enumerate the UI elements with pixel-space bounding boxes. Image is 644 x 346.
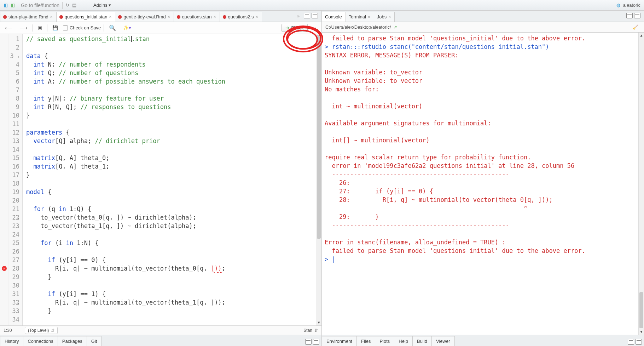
console-tab[interactable]: Console [322, 12, 346, 22]
tab-label: Console [325, 14, 342, 19]
minimize-pane-icon[interactable] [628, 339, 634, 345]
source-tab[interactable]: questions_initial.stan× [56, 12, 116, 22]
find-icon[interactable]: 🔍 [107, 23, 118, 32]
panel-tab[interactable]: Plots [375, 336, 394, 346]
console-scrollbar[interactable]: ▲ ▼ [638, 33, 644, 335]
panel-tab[interactable]: Environment [322, 336, 357, 346]
source-tab[interactable]: questions2.s× [220, 12, 262, 22]
panel-icon[interactable]: ▤ [72, 2, 76, 8]
editor-statusbar: 1:30 (Top Level)⇵ Stan⇵ [0, 325, 321, 335]
tab-label: questions_initial.stan [65, 14, 108, 19]
panel-tab[interactable]: Connections [23, 336, 58, 346]
save-icon[interactable]: 💾 [50, 24, 60, 32]
console-pane: ConsoleTerminal×Jobs× C:/Users/alex/Desk… [322, 11, 644, 346]
cursor-position: 1:30 [0, 328, 25, 333]
maximize-pane-icon[interactable] [634, 13, 640, 18]
console-output[interactable]: failed to parse Stan model 'questions_in… [322, 33, 644, 335]
global-toolbar: ◧ ◧ Go to file/function ↻ ▤ Addins ▾ ◍ a… [0, 0, 644, 11]
console-tab[interactable]: Terminal× [346, 12, 374, 22]
source-tabstrip: stan-play-time.Rmd×questions_initial.sta… [0, 11, 321, 22]
source-tab[interactable]: stan-play-time.Rmd× [0, 12, 57, 22]
source-toolbar: ⟵ ⟶ ▣ 💾 Check on Save 🔍 ✨▾ ➔ Check ≣ [0, 22, 321, 34]
goto-file-function[interactable]: Go to file/function [21, 2, 59, 8]
panel-tab[interactable]: Git [87, 336, 102, 346]
source-pane: stan-play-time.Rmd×questions_initial.sta… [0, 11, 322, 346]
check-button[interactable]: ➔ Check [282, 24, 308, 32]
close-tab-icon[interactable]: × [214, 15, 216, 19]
console-tabstrip: ConsoleTerminal×Jobs× [322, 11, 644, 22]
left-bottom-tabs: HistoryConnectionsPackagesGit [0, 335, 321, 346]
stan-file-icon [3, 15, 7, 19]
console-path-bar: C:/Users/alex/Desktop/aleatoric/ ↗ 🧹 [322, 22, 644, 33]
addins-menu[interactable]: Addins ▾ [93, 2, 111, 8]
stan-file-icon [223, 15, 226, 19]
maximize-pane-icon[interactable] [313, 339, 319, 345]
nav-back-icon[interactable]: ⟵ [3, 24, 15, 32]
panel-tab[interactable]: Build [412, 336, 432, 346]
panel-tab[interactable]: Help [394, 336, 413, 346]
panel-tab[interactable]: History [0, 336, 23, 346]
console-tab[interactable]: Jobs× [374, 12, 395, 22]
code-editor[interactable]: ✕ 123 ▾456789101112 ▾13141516171819 ▾202… [0, 34, 321, 325]
stan-file-icon [177, 15, 180, 19]
panel-tab[interactable]: Files [356, 336, 375, 346]
nav-forward-icon[interactable]: ⟶ [18, 24, 30, 32]
maximize-pane-icon[interactable] [312, 13, 318, 18]
clear-console-icon[interactable]: 🧹 [631, 23, 640, 31]
tab-label: stan-play-time.Rmd [8, 14, 48, 19]
editor-scrollbar[interactable]: ▲ ▼ [316, 34, 321, 325]
check-on-save-toggle[interactable]: Check on Save [63, 25, 101, 30]
close-tab-icon[interactable]: × [368, 15, 370, 19]
fold-icon[interactable]: ▾ [17, 55, 19, 59]
maximize-pane-icon[interactable] [636, 339, 642, 345]
panel-tab[interactable]: Packages [58, 336, 87, 346]
minimize-pane-icon[interactable] [304, 13, 310, 18]
run-arrow-icon: ➔ [285, 25, 289, 30]
tab-label: questions.stan [182, 14, 212, 19]
error-marker-icon[interactable]: ✕ [2, 266, 7, 271]
tab-overflow-icon[interactable]: » [297, 13, 300, 19]
minimize-pane-icon[interactable] [626, 13, 633, 18]
open-folder-icon[interactable]: ↗ [393, 24, 397, 30]
close-tab-icon[interactable]: × [50, 15, 53, 19]
minimize-pane-icon[interactable] [305, 339, 312, 345]
tab-label: Jobs [377, 14, 387, 19]
stan-file-icon [118, 15, 122, 19]
scroll-down-icon[interactable]: ▼ [316, 320, 321, 325]
show-in-new-window-icon[interactable]: ▣ [36, 24, 44, 32]
tab-label: questions2.s [228, 14, 254, 19]
toolbar-icon[interactable]: ◧ [4, 2, 8, 8]
project-icon: ◍ [616, 2, 620, 8]
tab-label: gentle-tidy-eval.Rmd [123, 14, 166, 19]
right-bottom-tabs: EnvironmentFilesPlotsHelpBuildViewer [322, 335, 644, 346]
panel-tab[interactable]: Viewer [431, 336, 455, 346]
toolbar-icon[interactable]: ◧ [11, 2, 15, 8]
stan-file-icon [59, 15, 63, 19]
source-tab[interactable]: questions.stan× [174, 12, 220, 22]
working-dir-path[interactable]: C:/Users/alex/Desktop/aleatoric/ [325, 24, 391, 30]
scope-selector[interactable]: (Top Level)⇵ [25, 327, 58, 334]
project-name[interactable]: aleatoric [623, 2, 640, 8]
close-tab-icon[interactable]: × [109, 15, 111, 19]
close-tab-icon[interactable]: × [388, 15, 391, 19]
outline-icon[interactable]: ≣ [311, 24, 319, 32]
tab-label: Terminal [349, 14, 366, 19]
reload-icon[interactable]: ↻ [65, 2, 69, 8]
close-tab-icon[interactable]: × [168, 15, 170, 19]
scroll-up-icon[interactable]: ▲ [639, 33, 644, 38]
source-tab[interactable]: gentle-tidy-eval.Rmd× [115, 12, 174, 22]
code-tools-icon[interactable]: ✨▾ [121, 24, 133, 32]
scroll-down-icon[interactable]: ▼ [639, 329, 644, 335]
language-selector[interactable]: Stan⇵ [303, 328, 318, 333]
close-tab-icon[interactable]: × [256, 15, 258, 19]
